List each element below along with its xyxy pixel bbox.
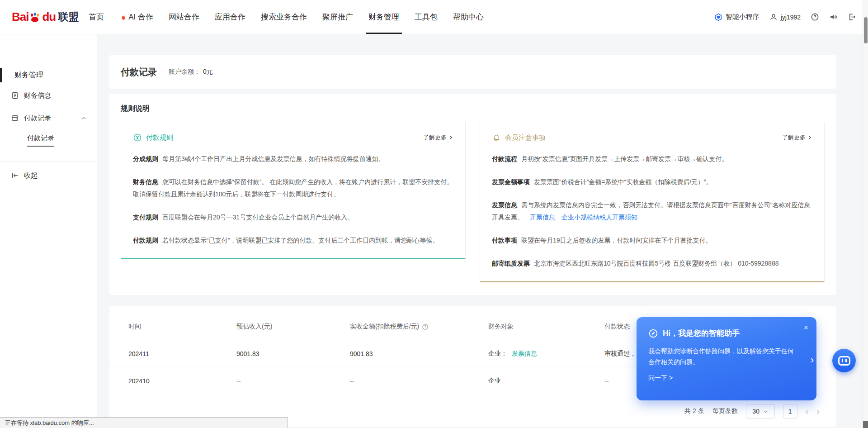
nav-item-label: AI 合作 (128, 12, 153, 22)
rule-item: 支付规则百度联盟会在每月20号—31号支付企业会员上个自然月产生的收入。 (133, 211, 453, 224)
collapse-label: 收起 (24, 171, 38, 180)
col-header-estimated: 预估收入(元) (236, 323, 350, 331)
member-notes-title: 会员注意事项 (505, 133, 546, 142)
coin-icon (133, 133, 142, 142)
close-icon[interactable]: × (803, 323, 808, 332)
user-account[interactable]: jyj1992 (769, 13, 801, 21)
page-1-button[interactable]: 1 (783, 404, 797, 418)
assistant-robot-button[interactable] (832, 349, 856, 372)
nav-item-toolkit[interactable]: 工具包 (415, 0, 438, 34)
balance-label: 账户余额： (169, 68, 200, 76)
per-page-label: 每页条数 (712, 407, 738, 415)
sidebar-item-label: 付款记录 (24, 114, 51, 123)
nav-item-ai-cooperation[interactable]: AI 合作 (119, 0, 153, 34)
logo-text-du: du (42, 10, 56, 24)
sidebar-item-finance-info[interactable]: 财务信息 (0, 84, 97, 107)
chevron-up-icon[interactable] (81, 115, 87, 121)
small-taxpayer-notice-link[interactable]: 企业小规模纳税人开票须知 (561, 214, 637, 221)
rules-card: 规则说明 付款规则 了解更多 分成规则每月第3或4个工作日产出上月分成信息及发 (109, 94, 836, 295)
prev-page-button[interactable]: ‹ (806, 407, 809, 416)
username-label: jyj1992 (781, 14, 801, 21)
assistant-title: Hi，我是您的智能助手 (663, 328, 740, 338)
nav-right-cluster: 智能小程序 jyj1992 (714, 13, 856, 21)
payment-rules-more-link[interactable]: 了解更多 (423, 133, 453, 142)
main-nav: 首页 AI 合作 网站合作 应用合作 搜索业务合作 聚屏推广 财务管理 工具包 … (89, 0, 484, 34)
payment-rules-title: 付款规则 (146, 133, 173, 142)
rule-item: 财务信息您可以在财务信息中选择“保留付款”。 在此期间您产生的收入，将在账户内进… (133, 176, 453, 200)
chevron-down-icon (763, 409, 768, 414)
nav-item-juping-promotion[interactable]: 聚屏推广 (322, 0, 353, 34)
flame-icon (119, 14, 126, 21)
col-header-target: 财务对象 (488, 323, 604, 331)
page-header-card: 付款记录 账户余额： 0元 (109, 55, 836, 89)
chevron-right-icon (448, 135, 453, 140)
baidu-union-logo[interactable]: Bai du 联盟 (12, 10, 79, 24)
note-item: 付款事项联盟在每月19日之后签收的发票，付款时间安排在下个月首批支付。 (492, 234, 812, 247)
sidebar-subitem-label: 付款记录 (27, 134, 54, 147)
sidebar-subitem-payment-records[interactable]: 付款记录 (0, 129, 97, 151)
note-item: 邮寄纸质发票北京市海淀区西北旺东路10号院百度科技园5号楼 百度联盟财务组（收）… (492, 257, 812, 270)
member-notes-more-link[interactable]: 了解更多 (782, 133, 812, 142)
cell-time: 202411 (128, 350, 236, 357)
ask-now-link[interactable]: 问一下 > (648, 374, 805, 382)
more-label: 了解更多 (423, 133, 447, 142)
mini-program-icon (714, 13, 722, 21)
nav-item-search-cooperation[interactable]: 搜索业务合作 (261, 0, 307, 34)
per-page-select[interactable]: 30 (746, 404, 775, 418)
cell-actual: 9001.83 (350, 350, 488, 357)
logout-icon[interactable] (848, 13, 856, 21)
cell-time: 202410 (128, 377, 236, 385)
sidebar-section-finance[interactable]: 财务管理 (0, 66, 97, 84)
scrollbar-corner (863, 421, 868, 428)
chevron-right-icon (807, 135, 812, 140)
payment-rules-panel: 付款规则 了解更多 分成规则每月第3或4个工作日产出上月分成信息及发票信息，如有… (121, 122, 466, 259)
sidebar-item-label: 财务信息 (24, 91, 51, 100)
scrollbar[interactable] (863, 0, 868, 428)
paw-icon (28, 11, 41, 24)
sidebar: 财务管理 财务信息 付款记录 付款记录 收起 (0, 34, 97, 428)
col-header-actual: 实收金额(扣除税费后/元) (350, 323, 488, 331)
cell-target: 企业 (488, 377, 604, 385)
sidebar-item-payment-records[interactable]: 付款记录 (0, 107, 97, 129)
info-icon[interactable] (422, 323, 429, 330)
col-header-time: 时间 (128, 323, 236, 331)
nav-item-app-cooperation[interactable]: 应用合作 (215, 0, 245, 34)
top-nav: Bai du 联盟 首页 AI 合作 网站合作 应用合作 搜索业务合作 聚屏推广… (0, 0, 868, 34)
assistant-popup: × Hi，我是您的智能助手 我会帮助您诊断合作链路问题，以及解答您关于任何合作相… (637, 317, 816, 400)
invoice-header-link[interactable]: 开票信息 (530, 214, 555, 221)
robot-icon (838, 356, 850, 366)
mini-program-entry[interactable]: 智能小程序 (714, 13, 760, 21)
cell-target: 企业： 发票信息 (488, 350, 604, 358)
help-icon[interactable] (811, 13, 819, 21)
sidebar-collapse-button[interactable]: 收起 (0, 164, 97, 187)
nav-item-website-cooperation[interactable]: 网站合作 (169, 0, 199, 34)
collapse-icon (11, 171, 19, 180)
pagination: 共 2 条 每页条数 30 1 ‹ › (109, 404, 836, 418)
assistant-message: 我会帮助您诊断合作链路问题，以及解答您关于任何合作相关的问题。 (648, 346, 797, 367)
logo-text-bai: Bai (12, 10, 28, 24)
scrollbar-thumb[interactable] (864, 17, 868, 43)
document-icon (11, 91, 19, 100)
invoice-info-link[interactable]: 发票信息 (512, 350, 537, 358)
nav-item-home[interactable]: 首页 (89, 0, 104, 34)
more-label: 了解更多 (782, 133, 806, 142)
note-item: 付款流程月初按“发票信息”页面开具发票→上传发票→邮寄发票→审核→确认支付。 (492, 153, 812, 165)
nav-item-finance[interactable]: 财务管理 (368, 0, 399, 34)
page-title: 付款记录 (121, 66, 157, 78)
rule-item: 付款规则若付款状态显示“已支付”，说明联盟已安排了您的付款。支付后三个工作日内到… (133, 234, 453, 247)
user-icon (769, 13, 778, 21)
note-item: 发票金额事项发票票面“价税合计”金额=系统中“实收金额（扣除税费后/元）”。 (492, 176, 812, 188)
payment-card-icon (11, 114, 19, 122)
cell-actual: -- (350, 377, 488, 385)
total-count: 共 2 条 (684, 407, 704, 415)
rules-section-title: 规则说明 (121, 104, 825, 114)
cell-estimated: -- (236, 377, 350, 385)
next-page-button[interactable]: › (816, 407, 820, 416)
speaker-icon[interactable] (829, 13, 838, 21)
status-text: 正在等待 xlab.baidu.com 的响应... (5, 419, 94, 427)
cell-estimated: 9001.83 (236, 350, 350, 357)
sidebar-divider (0, 161, 97, 162)
nav-item-help-center[interactable]: 帮助中心 (453, 0, 484, 34)
compass-icon (648, 328, 658, 338)
popup-next-arrow[interactable]: › (811, 355, 814, 365)
